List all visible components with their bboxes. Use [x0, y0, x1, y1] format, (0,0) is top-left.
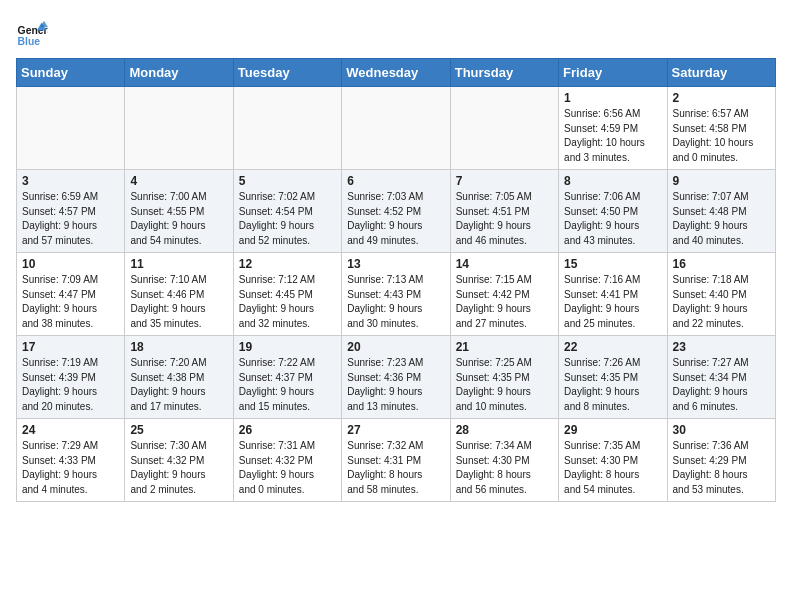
calendar-week-3: 10Sunrise: 7:09 AM Sunset: 4:47 PM Dayli… — [17, 253, 776, 336]
day-info: Sunrise: 7:07 AM Sunset: 4:48 PM Dayligh… — [673, 190, 770, 248]
day-number: 4 — [130, 174, 227, 188]
calendar-day-22: 22Sunrise: 7:26 AM Sunset: 4:35 PM Dayli… — [559, 336, 667, 419]
calendar-week-5: 24Sunrise: 7:29 AM Sunset: 4:33 PM Dayli… — [17, 419, 776, 502]
logo: General Blue — [16, 16, 48, 48]
calendar-day-25: 25Sunrise: 7:30 AM Sunset: 4:32 PM Dayli… — [125, 419, 233, 502]
calendar-day-11: 11Sunrise: 7:10 AM Sunset: 4:46 PM Dayli… — [125, 253, 233, 336]
day-info: Sunrise: 7:09 AM Sunset: 4:47 PM Dayligh… — [22, 273, 119, 331]
calendar-day-16: 16Sunrise: 7:18 AM Sunset: 4:40 PM Dayli… — [667, 253, 775, 336]
day-info: Sunrise: 7:26 AM Sunset: 4:35 PM Dayligh… — [564, 356, 661, 414]
day-number: 27 — [347, 423, 444, 437]
calendar-week-2: 3Sunrise: 6:59 AM Sunset: 4:57 PM Daylig… — [17, 170, 776, 253]
calendar-day-20: 20Sunrise: 7:23 AM Sunset: 4:36 PM Dayli… — [342, 336, 450, 419]
calendar-header-tuesday: Tuesday — [233, 59, 341, 87]
day-number: 18 — [130, 340, 227, 354]
day-number: 7 — [456, 174, 553, 188]
day-info: Sunrise: 7:19 AM Sunset: 4:39 PM Dayligh… — [22, 356, 119, 414]
day-info: Sunrise: 7:23 AM Sunset: 4:36 PM Dayligh… — [347, 356, 444, 414]
day-number: 6 — [347, 174, 444, 188]
calendar-header-saturday: Saturday — [667, 59, 775, 87]
calendar-header-wednesday: Wednesday — [342, 59, 450, 87]
calendar-day-8: 8Sunrise: 7:06 AM Sunset: 4:50 PM Daylig… — [559, 170, 667, 253]
logo-icon: General Blue — [16, 16, 48, 48]
day-number: 29 — [564, 423, 661, 437]
calendar-day-empty — [17, 87, 125, 170]
calendar-day-12: 12Sunrise: 7:12 AM Sunset: 4:45 PM Dayli… — [233, 253, 341, 336]
day-number: 24 — [22, 423, 119, 437]
day-number: 12 — [239, 257, 336, 271]
day-info: Sunrise: 7:13 AM Sunset: 4:43 PM Dayligh… — [347, 273, 444, 331]
day-number: 2 — [673, 91, 770, 105]
day-info: Sunrise: 7:20 AM Sunset: 4:38 PM Dayligh… — [130, 356, 227, 414]
day-info: Sunrise: 7:10 AM Sunset: 4:46 PM Dayligh… — [130, 273, 227, 331]
calendar-day-19: 19Sunrise: 7:22 AM Sunset: 4:37 PM Dayli… — [233, 336, 341, 419]
day-number: 19 — [239, 340, 336, 354]
day-info: Sunrise: 6:59 AM Sunset: 4:57 PM Dayligh… — [22, 190, 119, 248]
day-number: 25 — [130, 423, 227, 437]
day-info: Sunrise: 7:02 AM Sunset: 4:54 PM Dayligh… — [239, 190, 336, 248]
calendar-day-28: 28Sunrise: 7:34 AM Sunset: 4:30 PM Dayli… — [450, 419, 558, 502]
day-number: 9 — [673, 174, 770, 188]
calendar-table: SundayMondayTuesdayWednesdayThursdayFrid… — [16, 58, 776, 502]
day-info: Sunrise: 7:34 AM Sunset: 4:30 PM Dayligh… — [456, 439, 553, 497]
calendar-header-friday: Friday — [559, 59, 667, 87]
day-number: 22 — [564, 340, 661, 354]
day-number: 30 — [673, 423, 770, 437]
day-info: Sunrise: 7:27 AM Sunset: 4:34 PM Dayligh… — [673, 356, 770, 414]
day-number: 10 — [22, 257, 119, 271]
calendar-header-thursday: Thursday — [450, 59, 558, 87]
day-info: Sunrise: 7:32 AM Sunset: 4:31 PM Dayligh… — [347, 439, 444, 497]
day-info: Sunrise: 6:57 AM Sunset: 4:58 PM Dayligh… — [673, 107, 770, 165]
day-number: 20 — [347, 340, 444, 354]
calendar-day-13: 13Sunrise: 7:13 AM Sunset: 4:43 PM Dayli… — [342, 253, 450, 336]
calendar-day-empty — [233, 87, 341, 170]
day-info: Sunrise: 6:56 AM Sunset: 4:59 PM Dayligh… — [564, 107, 661, 165]
day-number: 23 — [673, 340, 770, 354]
calendar-day-15: 15Sunrise: 7:16 AM Sunset: 4:41 PM Dayli… — [559, 253, 667, 336]
calendar-day-24: 24Sunrise: 7:29 AM Sunset: 4:33 PM Dayli… — [17, 419, 125, 502]
day-number: 28 — [456, 423, 553, 437]
calendar-day-7: 7Sunrise: 7:05 AM Sunset: 4:51 PM Daylig… — [450, 170, 558, 253]
calendar-day-6: 6Sunrise: 7:03 AM Sunset: 4:52 PM Daylig… — [342, 170, 450, 253]
day-number: 15 — [564, 257, 661, 271]
calendar-day-empty — [342, 87, 450, 170]
day-number: 21 — [456, 340, 553, 354]
page-header: General Blue — [16, 16, 776, 48]
day-info: Sunrise: 7:05 AM Sunset: 4:51 PM Dayligh… — [456, 190, 553, 248]
calendar-day-4: 4Sunrise: 7:00 AM Sunset: 4:55 PM Daylig… — [125, 170, 233, 253]
calendar-day-30: 30Sunrise: 7:36 AM Sunset: 4:29 PM Dayli… — [667, 419, 775, 502]
calendar-day-empty — [125, 87, 233, 170]
calendar-day-21: 21Sunrise: 7:25 AM Sunset: 4:35 PM Dayli… — [450, 336, 558, 419]
calendar-day-3: 3Sunrise: 6:59 AM Sunset: 4:57 PM Daylig… — [17, 170, 125, 253]
day-number: 14 — [456, 257, 553, 271]
calendar-day-27: 27Sunrise: 7:32 AM Sunset: 4:31 PM Dayli… — [342, 419, 450, 502]
day-info: Sunrise: 7:15 AM Sunset: 4:42 PM Dayligh… — [456, 273, 553, 331]
calendar-day-9: 9Sunrise: 7:07 AM Sunset: 4:48 PM Daylig… — [667, 170, 775, 253]
day-number: 5 — [239, 174, 336, 188]
calendar-header-sunday: Sunday — [17, 59, 125, 87]
calendar-day-14: 14Sunrise: 7:15 AM Sunset: 4:42 PM Dayli… — [450, 253, 558, 336]
day-info: Sunrise: 7:36 AM Sunset: 4:29 PM Dayligh… — [673, 439, 770, 497]
day-number: 13 — [347, 257, 444, 271]
calendar-day-18: 18Sunrise: 7:20 AM Sunset: 4:38 PM Dayli… — [125, 336, 233, 419]
calendar-day-empty — [450, 87, 558, 170]
day-info: Sunrise: 7:16 AM Sunset: 4:41 PM Dayligh… — [564, 273, 661, 331]
day-info: Sunrise: 7:29 AM Sunset: 4:33 PM Dayligh… — [22, 439, 119, 497]
day-info: Sunrise: 7:30 AM Sunset: 4:32 PM Dayligh… — [130, 439, 227, 497]
day-info: Sunrise: 7:35 AM Sunset: 4:30 PM Dayligh… — [564, 439, 661, 497]
day-number: 3 — [22, 174, 119, 188]
day-number: 16 — [673, 257, 770, 271]
calendar-day-17: 17Sunrise: 7:19 AM Sunset: 4:39 PM Dayli… — [17, 336, 125, 419]
day-number: 11 — [130, 257, 227, 271]
calendar-week-1: 1Sunrise: 6:56 AM Sunset: 4:59 PM Daylig… — [17, 87, 776, 170]
calendar-day-10: 10Sunrise: 7:09 AM Sunset: 4:47 PM Dayli… — [17, 253, 125, 336]
calendar-day-26: 26Sunrise: 7:31 AM Sunset: 4:32 PM Dayli… — [233, 419, 341, 502]
day-info: Sunrise: 7:25 AM Sunset: 4:35 PM Dayligh… — [456, 356, 553, 414]
day-info: Sunrise: 7:18 AM Sunset: 4:40 PM Dayligh… — [673, 273, 770, 331]
calendar-day-5: 5Sunrise: 7:02 AM Sunset: 4:54 PM Daylig… — [233, 170, 341, 253]
day-number: 1 — [564, 91, 661, 105]
day-info: Sunrise: 7:00 AM Sunset: 4:55 PM Dayligh… — [130, 190, 227, 248]
calendar-header-row: SundayMondayTuesdayWednesdayThursdayFrid… — [17, 59, 776, 87]
day-info: Sunrise: 7:22 AM Sunset: 4:37 PM Dayligh… — [239, 356, 336, 414]
calendar-header-monday: Monday — [125, 59, 233, 87]
